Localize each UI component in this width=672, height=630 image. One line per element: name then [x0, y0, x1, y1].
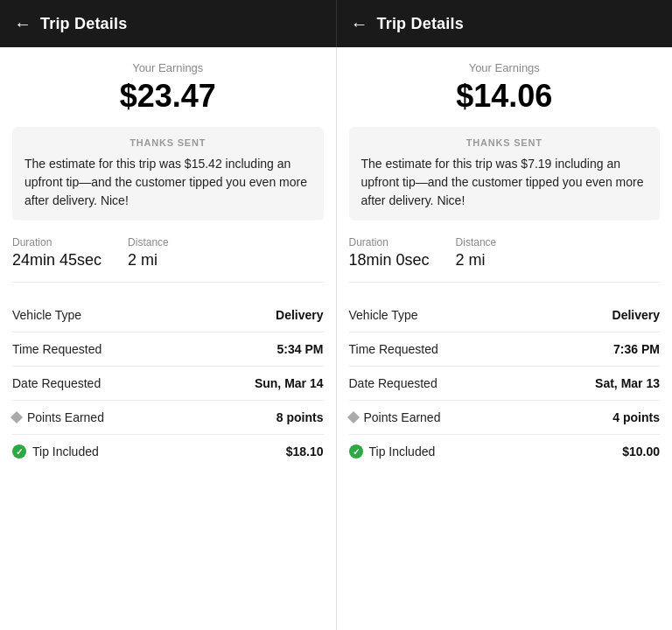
right-duration-label: Duration [349, 236, 430, 248]
check-icon: ✓ [349, 444, 363, 458]
left-earnings-amount: $23.47 [12, 78, 324, 115]
table-row: Date RequestedSat, Mar 13 [349, 367, 661, 401]
left-earnings-label: Your Earnings [12, 61, 324, 74]
diamond-icon [10, 411, 23, 424]
detail-label-text: Date Requested [349, 376, 438, 390]
table-row: Vehicle TypeDelivery [12, 298, 324, 332]
detail-value-text: 8 points [276, 410, 324, 424]
detail-value-text: 5:34 PM [277, 342, 324, 356]
right-header-title: Trip Details [377, 15, 464, 33]
right-duration: Duration 18min 0sec [349, 236, 430, 270]
detail-value-text: $10.00 [622, 444, 660, 458]
diamond-icon [346, 411, 359, 424]
table-row: Date RequestedSun, Mar 14 [12, 367, 324, 401]
left-duration-label: Duration [12, 236, 102, 248]
detail-label-text: Tip Included [32, 444, 99, 458]
detail-value-text: $18.10 [286, 444, 324, 458]
right-distance: Distance 2 mi [456, 236, 497, 270]
left-duration: Duration 24min 45sec [12, 236, 102, 270]
detail-value-text: 4 points [612, 410, 660, 424]
left-thanks-text: The estimate for this trip was $15.42 in… [24, 155, 312, 210]
detail-label-text: Points Earned [27, 410, 104, 424]
left-trip-meta: Duration 24min 45sec Distance 2 mi [12, 236, 324, 283]
detail-label-text: Points Earned [364, 410, 441, 424]
detail-value-text: Delivery [612, 308, 660, 322]
right-panel: Your Earnings $14.06 THANKS SENT The est… [337, 47, 673, 630]
left-thanks-box: THANKS SENT The estimate for this trip w… [12, 127, 324, 220]
detail-value-text: Sat, Mar 13 [595, 376, 660, 390]
right-detail-rows: Vehicle TypeDeliveryTime Requested7:36 P… [349, 298, 661, 468]
detail-label-text: Vehicle Type [349, 308, 418, 322]
right-trip-meta: Duration 18min 0sec Distance 2 mi [349, 236, 661, 283]
right-header-panel: ← Trip Details [336, 0, 673, 47]
detail-label-text: Tip Included [369, 444, 436, 458]
detail-label-text: Time Requested [12, 342, 102, 356]
left-thanks-title: THANKS SENT [24, 137, 312, 148]
right-thanks-box: THANKS SENT The estimate for this trip w… [349, 127, 661, 220]
app-header: ← Trip Details ← Trip Details [0, 0, 672, 47]
right-duration-value: 18min 0sec [349, 251, 430, 270]
detail-value-text: 7:36 PM [613, 342, 660, 356]
detail-label-text: Vehicle Type [12, 308, 81, 322]
back-arrow-right[interactable]: ← [351, 14, 368, 34]
detail-value-text: Delivery [276, 308, 323, 322]
back-arrow-left[interactable]: ← [14, 14, 32, 34]
left-detail-rows: Vehicle TypeDeliveryTime Requested5:34 P… [12, 298, 324, 468]
detail-value-text: Sun, Mar 14 [255, 376, 324, 390]
table-row: Time Requested7:36 PM [349, 332, 661, 367]
main-panels: Your Earnings $23.47 THANKS SENT The est… [0, 47, 672, 630]
right-earnings-amount: $14.06 [349, 78, 661, 115]
right-thanks-title: THANKS SENT [361, 137, 648, 148]
detail-label-text: Date Requested [12, 376, 101, 390]
left-header-panel: ← Trip Details [0, 0, 336, 47]
detail-label-text: Time Requested [349, 342, 438, 356]
table-row: Vehicle TypeDelivery [349, 298, 661, 332]
table-row: ✓Tip Included$10.00 [349, 435, 661, 468]
table-row: ✓Tip Included$18.10 [12, 435, 324, 468]
left-distance: Distance 2 mi [128, 236, 169, 270]
table-row: Points Earned4 points [349, 401, 661, 435]
left-distance-value: 2 mi [128, 251, 169, 270]
check-icon: ✓ [12, 444, 26, 458]
right-thanks-text: The estimate for this trip was $7.19 inc… [361, 155, 648, 210]
table-row: Points Earned8 points [12, 401, 324, 435]
left-panel: Your Earnings $23.47 THANKS SENT The est… [0, 47, 337, 630]
right-distance-value: 2 mi [456, 251, 497, 270]
right-earnings-label: Your Earnings [349, 61, 661, 74]
left-header-title: Trip Details [40, 15, 127, 33]
right-distance-label: Distance [456, 236, 497, 248]
left-distance-label: Distance [128, 236, 169, 248]
left-duration-value: 24min 45sec [12, 251, 102, 270]
table-row: Time Requested5:34 PM [12, 332, 324, 367]
